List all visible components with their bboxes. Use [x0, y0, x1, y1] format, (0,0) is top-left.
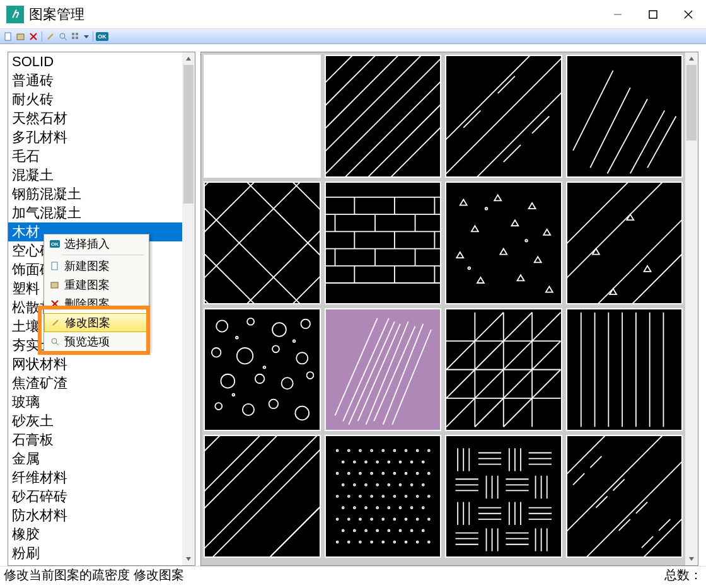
svg-marker-71 [529, 203, 536, 209]
menu-item[interactable]: 修改图案 [44, 313, 149, 332]
list-item[interactable]: 砂石碎砖 [8, 487, 182, 506]
preview-icon[interactable] [57, 31, 69, 42]
svg-point-83 [468, 267, 470, 270]
list-item[interactable]: 防水材料 [8, 506, 182, 525]
svg-line-112 [343, 318, 389, 421]
pattern-thumbnail[interactable] [566, 182, 683, 304]
pattern-thumbnail[interactable] [445, 308, 562, 431]
app-icon: ℎ [6, 6, 24, 23]
list-item[interactable]: 毛石 [8, 147, 182, 166]
list-item[interactable]: 加气混凝土 [8, 204, 182, 222]
svg-point-161 [422, 461, 424, 463]
scroll-up-button[interactable] [182, 52, 195, 65]
ok-button[interactable]: OK [96, 32, 108, 41]
list-scrollbar[interactable] [182, 52, 195, 565]
pattern-thumbnail[interactable] [325, 55, 442, 178]
svg-line-27 [446, 56, 538, 151]
pattern-thumbnail[interactable] [325, 308, 442, 431]
svg-point-163 [347, 473, 349, 475]
menu-item[interactable]: 新建图案 [44, 257, 149, 275]
pattern-thumbnail[interactable] [566, 55, 683, 178]
list-item[interactable]: 焦渣矿渣 [8, 374, 182, 393]
pattern-thumbnail[interactable] [445, 182, 562, 304]
svg-point-147 [359, 449, 361, 451]
svg-point-109 [263, 366, 266, 369]
svg-marker-16 [186, 57, 191, 61]
pattern-thumbnail[interactable] [445, 435, 562, 558]
svg-line-281 [659, 519, 670, 531]
svg-point-157 [376, 461, 378, 463]
svg-rect-13 [72, 37, 74, 39]
svg-point-145 [336, 449, 338, 451]
svg-rect-5 [17, 34, 24, 40]
list-item[interactable]: 钢筋混凝土 [8, 185, 182, 204]
svg-point-165 [371, 473, 373, 475]
menu-item[interactable]: 预览选项 [44, 332, 149, 351]
pattern-thumbnail[interactable] [566, 435, 683, 558]
maximize-button[interactable] [635, 0, 671, 29]
list-item[interactable]: 普通砖 [8, 71, 182, 90]
pattern-thumbnail[interactable] [445, 55, 562, 178]
svg-line-275 [590, 456, 601, 468]
menu-item[interactable]: 删除图案 [44, 294, 149, 313]
scroll-down-button[interactable] [685, 553, 698, 565]
list-item[interactable]: 石膏板 [8, 430, 182, 449]
minimize-button[interactable] [600, 0, 635, 29]
list-item[interactable]: 混凝土 [8, 166, 182, 185]
list-item[interactable]: 纤维材料 [8, 468, 182, 487]
pattern-thumbnail[interactable] [325, 182, 442, 304]
svg-point-164 [359, 473, 361, 475]
menu-item[interactable]: OK选择插入 [44, 234, 149, 253]
svg-line-138 [205, 436, 239, 473]
svg-point-81 [485, 207, 488, 210]
list-item[interactable]: 多孔材料 [8, 128, 182, 147]
svg-rect-11 [72, 33, 74, 35]
pattern-thumbnail[interactable] [204, 182, 321, 304]
list-item[interactable]: 橡胶 [8, 525, 182, 544]
scroll-thumb[interactable] [183, 65, 194, 204]
svg-point-106 [269, 400, 279, 409]
svg-marker-282 [689, 57, 694, 61]
list-item[interactable]: 天然石材 [8, 109, 182, 128]
svg-marker-79 [518, 275, 524, 280]
grid-scrollbar[interactable] [685, 52, 698, 565]
svg-line-274 [573, 473, 584, 485]
list-item[interactable]: 耐火砖 [8, 90, 182, 109]
menu-item-label: 重建图案 [64, 277, 110, 292]
pattern-thumbnail[interactable] [204, 435, 321, 558]
scroll-down-button[interactable] [182, 553, 195, 565]
svg-line-288 [53, 320, 58, 325]
edit-icon[interactable] [45, 31, 56, 42]
list-item[interactable]: 金属 [8, 449, 182, 468]
list-item[interactable]: 编织花纹 [8, 563, 182, 565]
svg-line-37 [647, 117, 676, 168]
pattern-thumbnail[interactable] [204, 55, 321, 178]
svg-line-278 [618, 519, 630, 531]
svg-line-33 [573, 71, 613, 151]
pattern-thumbnail[interactable] [325, 435, 442, 558]
pattern-thumbnail[interactable] [204, 308, 321, 431]
close-button[interactable] [671, 0, 706, 29]
pattern-thumbnail[interactable] [566, 308, 683, 431]
svg-point-184 [393, 495, 395, 497]
list-item[interactable]: 砂灰土 [8, 412, 182, 430]
svg-point-206 [353, 529, 355, 531]
list-item[interactable]: 网状材料 [8, 355, 182, 374]
grid-icon[interactable] [70, 31, 81, 42]
scroll-thumb[interactable] [686, 65, 697, 141]
list-item[interactable]: 玻璃 [8, 393, 182, 412]
list-item[interactable]: 粉刷 [8, 544, 182, 563]
svg-point-9 [60, 33, 65, 38]
list-item[interactable]: SOLID [8, 52, 182, 71]
svg-line-85 [567, 183, 647, 266]
menu-item[interactable]: 重建图案 [44, 275, 149, 294]
svg-line-38 [205, 183, 228, 209]
new-icon[interactable] [3, 31, 14, 42]
toolbar-dropdown[interactable] [83, 31, 90, 42]
svg-point-171 [342, 484, 344, 486]
delete-icon[interactable] [28, 31, 39, 42]
scroll-up-button[interactable] [685, 52, 698, 65]
rebuild-icon[interactable] [15, 31, 26, 42]
svg-marker-90 [644, 266, 651, 272]
svg-point-100 [221, 374, 234, 388]
